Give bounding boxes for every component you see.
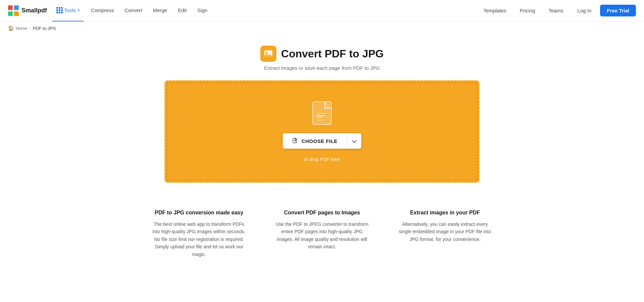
home-icon: 🏠 [8, 26, 14, 31]
feature-desc-0: The best online web app to transform PDF… [151, 220, 247, 258]
feature-title-0: PDF to JPG conversion made easy [151, 210, 247, 216]
svg-rect-10 [317, 120, 323, 120]
drop-zone[interactable]: PDF CHOOSE FILE or drop PD [164, 80, 480, 183]
choose-file-button[interactable]: CHOOSE FILE [283, 133, 347, 149]
free-trial-button[interactable]: Free Trial [600, 5, 636, 16]
svg-rect-1 [14, 5, 19, 10]
choose-file-label: CHOOSE FILE [302, 138, 337, 144]
choose-file-dropdown-button[interactable] [347, 133, 361, 149]
feature-title-1: Convert PDF pages to Images [274, 210, 370, 216]
grid-icon [56, 7, 63, 13]
feature-title-2: Extract images in your PDF [397, 210, 493, 216]
page-subtitle: Extract images or save each page from PD… [264, 65, 380, 71]
tools-menu-button[interactable]: Tools ▾ [52, 0, 84, 21]
login-button[interactable]: Log In [572, 5, 598, 16]
feature-card-0: PDF to JPG conversion made easy The best… [151, 210, 247, 258]
main-content: Convert PDF to JPG Extract images or sav… [0, 35, 644, 281]
nav-links: Compress Convert Merge Edit Sign [86, 0, 212, 21]
page-title: Convert PDF to JPG [281, 48, 384, 60]
svg-rect-0 [8, 5, 13, 10]
svg-rect-9 [317, 115, 326, 116]
breadcrumb-current: PDF to JPG [33, 26, 56, 31]
nav-merge[interactable]: Merge [148, 0, 172, 21]
choose-file-row: CHOOSE FILE [283, 133, 361, 149]
tools-chevron-icon: ▾ [78, 8, 79, 12]
pdf-file-icon: PDF [312, 101, 332, 125]
nav-templates[interactable]: Templates [478, 6, 512, 15]
logo-icon [8, 5, 19, 16]
pdf-svg-icon: PDF [312, 101, 332, 125]
breadcrumb-home[interactable]: Home [16, 26, 28, 31]
navbar: Smallpdf Tools ▾ Compress Convert Merge … [0, 0, 644, 21]
features-section: PDF to JPG conversion made easy The best… [138, 203, 506, 265]
feature-desc-1: Use the PDF to JPEG converter to transfo… [274, 220, 370, 251]
breadcrumb-separator: › [30, 26, 31, 31]
feature-card-1: Convert PDF pages to Images Use the PDF … [274, 210, 370, 258]
nav-convert[interactable]: Convert [120, 0, 147, 21]
svg-rect-8 [317, 113, 327, 114]
nav-pricing[interactable]: Pricing [515, 6, 541, 15]
breadcrumb: 🏠 Home › PDF to JPG [0, 21, 644, 35]
file-upload-icon [292, 138, 298, 144]
feature-desc-2: Alternatively, you can easily extract ev… [397, 220, 493, 243]
feature-card-2: Extract images in your PDF Alternatively… [397, 210, 493, 258]
page-title-row: Convert PDF to JPG [260, 46, 384, 62]
logo-text: Smallpdf [21, 7, 47, 14]
svg-rect-3 [14, 11, 19, 16]
page-title-icon [260, 46, 276, 62]
dropdown-chevron-icon [352, 138, 357, 143]
nav-sign[interactable]: Sign [193, 0, 212, 21]
image-icon [264, 49, 273, 58]
tools-label: Tools [64, 7, 76, 13]
logo-link[interactable]: Smallpdf [8, 5, 47, 16]
svg-rect-2 [8, 11, 13, 16]
nav-edit[interactable]: Edit [173, 0, 191, 21]
nav-right: Templates Pricing Teams Log In Free Tria… [478, 5, 636, 16]
nav-teams[interactable]: Teams [543, 6, 569, 15]
nav-compress[interactable]: Compress [86, 0, 118, 21]
svg-point-5 [266, 52, 268, 54]
drop-hint-text: or drop PDF here [304, 157, 340, 162]
